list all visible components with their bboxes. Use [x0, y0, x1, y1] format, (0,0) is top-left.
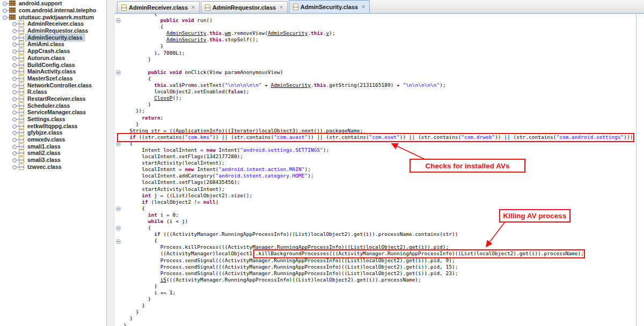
tree-item-servicemanager-class[interactable]: 010ServiceManager.class [0, 109, 106, 116]
tree-item-smali3-class[interactable]: 010smali3.class [0, 157, 106, 164]
tree-item-ututtauc-pwktjaanrk-msttum[interactable]: ututtauc.pwktjaanrk.msttum [0, 13, 106, 20]
tree-item-networkcontroller-class[interactable]: 010NetworkController.class [0, 82, 106, 88]
tree-expand-handle[interactable] [11, 76, 19, 80]
code-line: startActivity(localIntent); [123, 186, 225, 192]
tree-expand-handle[interactable] [11, 110, 19, 114]
tree-expand-handle[interactable] [2, 8, 9, 12]
code-line: if (((ActivityManager.RunningAppProcessI… [123, 231, 458, 237]
tree-item-restartreceiver-class[interactable]: 010RestartReceiver.class [0, 95, 106, 102]
tree-item-label: com.android.internal.telepho [17, 7, 98, 13]
close-icon[interactable]: ✕ [279, 5, 283, 10]
tree-item-label: Settings.class [26, 116, 67, 122]
class-icon: 010 [19, 41, 24, 47]
code-line: while (i < j) [123, 218, 188, 224]
code-line: AdminSecurity.this.wm.removeView(AdminSe… [123, 30, 335, 36]
class-icon: 010 [293, 4, 298, 10]
class-icon: 010 [19, 34, 24, 41]
code-line: } [123, 283, 157, 289]
tree-expand-handle[interactable] [11, 90, 19, 94]
tree-item-label: Autorun.class [26, 55, 67, 61]
tab-adminsecurity-class[interactable]: 010AdminSecurity.class✕ [289, 0, 370, 13]
tree-expand-handle[interactable] [11, 42, 19, 46]
tab-label: AdminReceiver.class [129, 4, 188, 11]
package-tree-panel: android.supportcom.android.internal.tele… [0, 0, 107, 326]
code-line: int j = ((List)localObject2).size(); [123, 192, 252, 198]
tree-expand-handle[interactable] [2, 15, 9, 19]
code-line: Process.sendSignal(((ActivityManager.Run… [123, 264, 458, 270]
class-icon: 010 [19, 55, 24, 61]
annotation-label: Checks for installed AVs [426, 162, 510, 170]
tree-item-scheduler-class[interactable]: 010Scheduler.class [0, 102, 106, 109]
tree-item-label: AppCrash.class [26, 48, 71, 54]
tree-item-omwxdv-class[interactable]: 010omwxdv.class [0, 136, 106, 143]
tree-item-masterszef-class[interactable]: 010MasterSzef.class [0, 75, 106, 82]
package-icon [9, 8, 16, 13]
tree-expand-handle[interactable] [11, 137, 19, 142]
tree-expand-handle[interactable] [11, 144, 19, 149]
code-line: Process.sendSignal(((ActivityManager.Run… [123, 257, 455, 263]
code-editor[interactable]: { public void run() { AdminSecurity.this… [115, 14, 644, 326]
code-link[interactable]: AdminSecurity [166, 36, 206, 42]
tree-expand-handle[interactable] [11, 124, 19, 128]
tree-item-appcrash-class[interactable]: 010AppCrash.class [0, 48, 106, 55]
code-link[interactable]: AdminSecurity [271, 82, 311, 88]
tree-expand-handle[interactable] [11, 49, 19, 53]
tree-expand-handle[interactable] [11, 130, 19, 135]
tab-adminrequestor-class[interactable]: 010AdminRequestor.class✕ [201, 1, 288, 13]
tree-expand-handle[interactable] [2, 1, 9, 5]
tree-expand-handle[interactable] [11, 35, 19, 40]
code-view[interactable]: { public void run() { AdminSecurity.this… [115, 14, 633, 326]
code-line: { [123, 225, 151, 231]
tree-item-smali2-class[interactable]: 010smali2.class [0, 150, 106, 157]
code-link[interactable]: wm [225, 30, 231, 36]
code-line: }, 7000L); [123, 50, 185, 56]
class-icon: 010 [19, 75, 24, 82]
code-line: this.val$Promo.setText("\n\n\n\n\n" + Ad… [123, 82, 446, 88]
tree-item-com-android-internal-telepho[interactable]: com.android.internal.telepho [0, 7, 106, 14]
tree-expand-handle[interactable] [11, 103, 19, 108]
tree-expand-handle[interactable] [11, 21, 19, 26]
tree-item-adminsecurity-class[interactable]: 010AdminSecurity.class [0, 34, 106, 41]
tree-expand-handle[interactable] [11, 165, 19, 169]
tree-item-tzwvec-class[interactable]: 010tzwvec.class [0, 164, 106, 171]
tree-item-label: gfybjze.class [26, 129, 64, 136]
tree-expand-handle[interactable] [11, 56, 19, 60]
tree-item-adminreceiver-class[interactable]: 010AdminReceiver.class [0, 20, 106, 27]
class-icon: 010 [19, 20, 24, 27]
code-link[interactable]: AdminSecurity [268, 30, 308, 36]
class-icon: 010 [19, 150, 24, 156]
tree-expand-handle[interactable] [11, 117, 19, 121]
panel-splitter[interactable] [107, 0, 115, 326]
tree-item-android-support[interactable]: android.support [0, 0, 106, 7]
tree-expand-handle[interactable] [11, 151, 19, 155]
tree-item-r-class[interactable]: 010R.class [0, 88, 106, 95]
code-link[interactable]: v [326, 30, 330, 36]
tree-item-autorun-class[interactable]: 010Autorun.class [0, 55, 106, 62]
tree-item-mainactivity-class[interactable]: 010MainActivity.class [0, 68, 106, 75]
code-line: } [123, 296, 151, 302]
tree-item-eetkwlltqppg-class[interactable]: 010eetkwlltqppg.class [0, 122, 106, 129]
code-link[interactable]: iS [160, 277, 166, 283]
tree-item-adminrequestor-class[interactable]: 010AdminRequestor.class [0, 27, 106, 34]
tree-expand-handle[interactable] [11, 83, 19, 87]
code-line: iS(((ActivityManager.RunningAppProcessIn… [123, 277, 421, 283]
tree-expand-handle[interactable] [11, 63, 19, 67]
tree-expand-handle[interactable] [11, 28, 19, 33]
close-icon[interactable]: ✕ [361, 4, 365, 10]
close-icon[interactable]: ✕ [191, 5, 195, 10]
tree-item-buildconfig-class[interactable]: 010BuildConfig.class [0, 61, 106, 68]
tree-item-gfybjze-class[interactable]: 010gfybjze.class [0, 129, 106, 136]
code-line: } [123, 309, 139, 315]
tab-adminreceiver-class[interactable]: 010AdminReceiver.class✕ [117, 1, 200, 13]
tree-expand-handle[interactable] [11, 69, 19, 73]
tree-item-amiami-class[interactable]: 010AmiAmi.class [0, 41, 106, 48]
code-line: AdminSecurity.this.stopSelf(); [123, 36, 259, 42]
code-link[interactable]: CloseP [154, 95, 172, 101]
tree-expand-handle[interactable] [11, 97, 19, 101]
code-link[interactable]: AdminSecurity [166, 30, 206, 36]
tree-item-label: AmiAmi.class [26, 41, 66, 47]
tree-expand-handle[interactable] [11, 158, 19, 162]
tree-item-smali1-class[interactable]: 010smali1.class [0, 143, 106, 150]
tree-item-settings-class[interactable]: 010Settings.class [0, 116, 106, 123]
tree-item-label: MainActivity.class [26, 68, 77, 75]
